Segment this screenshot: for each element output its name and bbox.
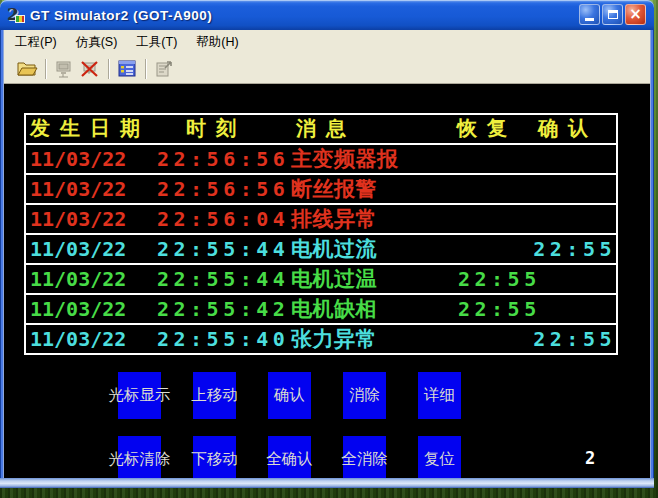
open-project-icon bbox=[16, 59, 38, 79]
alarm-date: 11/03/22 bbox=[30, 235, 126, 263]
alarm-message: 主变频器报 bbox=[291, 145, 399, 173]
alarm-message: 电机过温 bbox=[291, 265, 377, 293]
delete-button[interactable]: 消除 bbox=[343, 372, 386, 419]
alarm-recover-time: 22:55 bbox=[458, 265, 541, 293]
menu-help[interactable]: 帮助(H) bbox=[189, 31, 245, 54]
menu-simulate[interactable]: 仿真(S) bbox=[69, 31, 125, 54]
alarm-row[interactable]: 11/03/22 22:55:42 电机缺相 22:55 bbox=[26, 293, 616, 323]
alarm-ack-time: 22:55 bbox=[533, 235, 616, 263]
simulate-stop-icon bbox=[79, 59, 101, 79]
move-up-button[interactable]: 上移动 bbox=[193, 372, 236, 419]
alarm-time: 22:56:56 bbox=[157, 145, 289, 173]
menu-tools[interactable]: 工具(T) bbox=[129, 31, 184, 54]
simulate-start-icon bbox=[53, 59, 75, 79]
device-monitor-button[interactable] bbox=[114, 57, 140, 81]
alarm-time: 22:55:44 bbox=[157, 235, 289, 263]
maximize-icon bbox=[608, 10, 618, 19]
device-monitor-icon bbox=[116, 59, 138, 79]
detail-button[interactable]: 详细 bbox=[418, 372, 461, 419]
maximize-button[interactable] bbox=[602, 4, 623, 25]
header-recover: 恢复 bbox=[457, 115, 517, 142]
alarm-row[interactable]: 11/03/22 22:55:44 电机过温 22:55 bbox=[26, 263, 616, 293]
toolbar-separator bbox=[45, 59, 46, 79]
alarm-ack-time: 22:55 bbox=[533, 325, 616, 353]
alarm-message: 电机缺相 bbox=[291, 295, 377, 323]
gt-simulator2-app-icon: 2 bbox=[7, 6, 25, 24]
alarm-row[interactable]: 11/03/22 22:56:04 排线异常 bbox=[26, 203, 616, 233]
alarm-row[interactable]: 11/03/22 22:55:44 电机过流 22:55 bbox=[26, 233, 616, 263]
alarm-time: 22:56:56 bbox=[157, 175, 289, 203]
menu-bar: 工程(P) 仿真(S) 工具(T) 帮助(H) bbox=[4, 30, 650, 54]
alarm-date: 11/03/22 bbox=[30, 205, 126, 233]
ack-button[interactable]: 确认 bbox=[268, 372, 311, 419]
option-setup-button bbox=[151, 57, 177, 81]
alarm-row[interactable]: 11/03/22 22:55:40 张力异常 22:55 bbox=[26, 323, 616, 353]
toolbar-separator bbox=[108, 59, 109, 79]
alarm-date: 11/03/22 bbox=[30, 265, 126, 293]
header-message: 消息 bbox=[296, 115, 356, 142]
window-border-bottom bbox=[0, 478, 654, 488]
alarm-time: 22:55:42 bbox=[157, 295, 289, 323]
option-setup-icon bbox=[153, 59, 175, 79]
close-icon: × bbox=[629, 7, 642, 22]
window-controls: × bbox=[579, 4, 646, 25]
alarm-date: 11/03/22 bbox=[30, 175, 126, 203]
alarm-message: 排线异常 bbox=[291, 205, 377, 233]
header-time: 时刻 bbox=[186, 115, 246, 142]
simulate-stop-button bbox=[77, 57, 103, 81]
window-border-left bbox=[0, 30, 4, 478]
page-number: 2 bbox=[575, 448, 605, 468]
toolbar bbox=[4, 54, 650, 84]
alarm-time: 22:55:44 bbox=[157, 265, 289, 293]
close-button[interactable]: × bbox=[625, 4, 646, 25]
alarm-date: 11/03/22 bbox=[30, 295, 126, 323]
minimize-button[interactable] bbox=[579, 4, 600, 25]
alarm-date: 11/03/22 bbox=[30, 325, 126, 353]
alarm-time: 22:56:04 bbox=[157, 205, 289, 233]
alarm-date: 11/03/22 bbox=[30, 145, 126, 173]
open-project-button[interactable] bbox=[14, 57, 40, 81]
cursor-show-button[interactable]: 光标显示 bbox=[118, 372, 161, 419]
cursor-clear-button[interactable]: 光标清除 bbox=[118, 436, 161, 478]
move-down-button[interactable]: 下移动 bbox=[193, 436, 236, 478]
alarm-row[interactable]: 11/03/22 22:56:56 断丝报警 bbox=[26, 173, 616, 203]
alarm-time: 22:55:40 bbox=[157, 325, 289, 353]
header-ack: 确认 bbox=[538, 115, 598, 142]
alarm-message: 电机过流 bbox=[291, 235, 377, 263]
alarm-recover-time: 22:55 bbox=[458, 295, 541, 323]
delete-all-button[interactable]: 全消除 bbox=[343, 436, 386, 478]
header-date: 发生日期 bbox=[30, 115, 150, 142]
alarm-row[interactable]: 11/03/22 22:56:56 主变频器报 bbox=[26, 143, 616, 173]
alarm-table: 发生日期 时刻 消息 恢复 确认 11/03/22 22:56:56 主变频器报… bbox=[24, 113, 618, 355]
simulate-start-button bbox=[51, 57, 77, 81]
title-bar[interactable]: 2 GT Simulator2 (GOT-A900) × bbox=[0, 0, 654, 30]
hmi-screen: 发生日期 时刻 消息 恢复 确认 11/03/22 22:56:56 主变频器报… bbox=[4, 84, 650, 478]
reset-button[interactable]: 复位 bbox=[418, 436, 461, 478]
desktop-wallpaper: 2 GT Simulator2 (GOT-A900) × 工程(P) 仿真(S)… bbox=[0, 0, 658, 498]
minimize-icon bbox=[585, 18, 594, 21]
ack-all-button[interactable]: 全确认 bbox=[268, 436, 311, 478]
window-border-right bbox=[650, 30, 654, 478]
alarm-message: 张力异常 bbox=[291, 325, 377, 353]
app-window: 2 GT Simulator2 (GOT-A900) × 工程(P) 仿真(S)… bbox=[0, 0, 654, 488]
alarm-table-header: 发生日期 时刻 消息 恢复 确认 bbox=[26, 115, 616, 143]
window-title: GT Simulator2 (GOT-A900) bbox=[30, 8, 212, 23]
toolbar-separator bbox=[145, 59, 146, 79]
alarm-message: 断丝报警 bbox=[291, 175, 377, 203]
menu-project[interactable]: 工程(P) bbox=[8, 31, 64, 54]
